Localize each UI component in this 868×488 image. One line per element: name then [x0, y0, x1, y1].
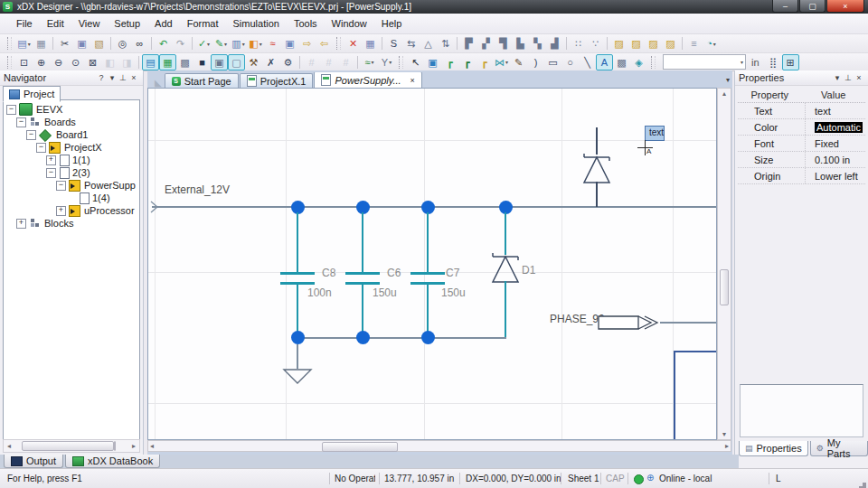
- help-icon[interactable]: ?: [96, 73, 107, 82]
- close-icon[interactable]: ×: [410, 76, 415, 85]
- scroll-right-icon[interactable]: ▸: [725, 442, 729, 450]
- property-row-text[interactable]: Texttext: [738, 103, 865, 119]
- ref-designator[interactable]: C7: [446, 267, 459, 279]
- menu-format[interactable]: Format: [180, 15, 226, 32]
- vertical-scrollbar[interactable]: ▴ ▾: [717, 88, 731, 440]
- next-view-button[interactable]: ◨: [118, 54, 136, 70]
- tab-list-chevron-icon[interactable]: ▾: [726, 76, 730, 84]
- diode-lead[interactable]: [505, 281, 506, 338]
- wire-right-net[interactable]: [674, 351, 675, 440]
- special-symbol-button[interactable]: ◈: [630, 54, 647, 70]
- scroll-down-icon[interactable]: ▾: [718, 430, 731, 438]
- menu-simulation[interactable]: Simulation: [226, 15, 287, 32]
- component-value[interactable]: 100n: [307, 286, 332, 299]
- maximize-button[interactable]: ▢: [799, 0, 826, 13]
- add-net-button[interactable]: ┏: [476, 54, 493, 70]
- previous-view-button[interactable]: ◧: [101, 54, 118, 70]
- wire-phase-90[interactable]: [660, 322, 716, 324]
- zener-diode-symbol[interactable]: [579, 153, 615, 185]
- add-to-group-button[interactable]: ▨: [645, 35, 662, 52]
- net-label-phase-90[interactable]: PHASE_90: [550, 313, 605, 325]
- diode-lead[interactable]: [505, 212, 506, 255]
- wire-right-net[interactable]: [674, 351, 716, 352]
- panel-tab-my-parts[interactable]: ⚙My Parts: [810, 441, 868, 456]
- print-button[interactable]: ▦: [33, 35, 50, 52]
- tree-item-projectx[interactable]: −ProjectX: [4, 141, 139, 154]
- tree-item-uprocessor[interactable]: +uProcessor: [4, 204, 139, 217]
- tree-item-blocks[interactable]: +Blocks: [4, 217, 139, 230]
- edit-properties-button[interactable]: ▦: [362, 35, 379, 52]
- menu-edit[interactable]: Edit: [40, 15, 71, 32]
- scroll-right-icon[interactable]: ▸: [128, 442, 139, 450]
- tree-expander-icon[interactable]: −: [16, 117, 26, 127]
- remove-from-group-button[interactable]: ▨: [662, 35, 679, 52]
- property-row-origin[interactable]: OriginLower left: [738, 168, 865, 184]
- group-button[interactable]: ▨: [610, 35, 627, 52]
- net-label-external-12v[interactable]: External_12V: [165, 183, 230, 196]
- tab-project[interactable]: Project: [3, 86, 61, 102]
- close-icon[interactable]: ×: [128, 73, 139, 82]
- hierarchy-3-button[interactable]: #: [337, 54, 354, 70]
- pin-icon[interactable]: ⊥: [118, 73, 128, 82]
- ref-designator[interactable]: C8: [322, 267, 335, 279]
- rectangle-tool-button[interactable]: ▭: [544, 54, 561, 70]
- space-evenly-v-button[interactable]: ∵: [587, 35, 604, 52]
- tab-start-page[interactable]: SStart Page: [165, 73, 239, 88]
- tree-expander-icon[interactable]: −: [56, 181, 66, 191]
- scroll-up-icon[interactable]: ▴: [718, 89, 731, 98]
- new-document-button[interactable]: ▤▾: [15, 35, 33, 52]
- undo-button[interactable]: ↶: [155, 35, 172, 52]
- tab-powersupply[interactable]: PowerSupply...×: [314, 72, 421, 88]
- align-bottom-button[interactable]: ▟: [546, 35, 563, 52]
- property-value-cell[interactable]: text: [806, 106, 865, 117]
- simulate-wave-button[interactable]: ≈: [264, 35, 281, 52]
- toolbar-grip[interactable]: [336, 37, 341, 50]
- tree-item-eevx[interactable]: −EEVX: [4, 103, 139, 116]
- rotate-button[interactable]: S: [385, 35, 402, 52]
- library-button[interactable]: ▣: [281, 35, 298, 52]
- line-tool-button[interactable]: ╲: [579, 54, 596, 70]
- add-bus-button[interactable]: ┏: [458, 54, 476, 70]
- toggle-databook-button[interactable]: ▦: [159, 54, 176, 70]
- bus-tap-button[interactable]: ⋈▾: [493, 54, 510, 70]
- property-value-cell[interactable]: Lower left: [806, 171, 865, 182]
- mirror-vertical-button[interactable]: △: [420, 35, 437, 52]
- add-part-button[interactable]: ▣: [424, 54, 441, 70]
- scroll-left-icon[interactable]: ◂: [150, 442, 154, 450]
- zoom-area-button[interactable]: ⊠: [84, 54, 101, 70]
- zener-diode-symbol[interactable]: [487, 252, 524, 285]
- component-value[interactable]: 150u: [441, 286, 466, 299]
- ref-designator[interactable]: D1: [522, 264, 535, 277]
- menu-tools[interactable]: Tools: [287, 15, 325, 32]
- stack-button[interactable]: ≡: [685, 35, 703, 52]
- property-value-cell[interactable]: Fixed: [806, 138, 865, 149]
- pop-sheet-button[interactable]: ⇦: [316, 35, 333, 52]
- chevron-down-icon[interactable]: ▾: [832, 73, 843, 82]
- cut-button[interactable]: ✂: [56, 35, 73, 52]
- cross-probe-button[interactable]: ✗: [262, 54, 279, 70]
- capacitor-lead[interactable]: [427, 212, 429, 273]
- capacitor-plate[interactable]: [345, 272, 380, 275]
- copy-button[interactable]: ▣: [73, 35, 90, 52]
- zoom-out-button[interactable]: ⊖: [50, 54, 67, 70]
- horizontal-scrollbar[interactable]: ◂ ▸: [147, 440, 731, 452]
- capacitor-lead[interactable]: [297, 212, 298, 273]
- grid-size-combo[interactable]: ▾: [663, 54, 746, 70]
- packager-button[interactable]: ▥▾: [230, 35, 247, 52]
- toolbar-grip[interactable]: [7, 56, 12, 69]
- mirror-horizontal-button[interactable]: ⇆: [402, 35, 420, 52]
- picture-tool-button[interactable]: ▩: [613, 54, 630, 70]
- draw-tool-button[interactable]: ✎: [510, 54, 527, 70]
- status-sheet[interactable]: Sheet 1: [568, 474, 599, 483]
- property-value-cell[interactable]: 0.100 in: [806, 155, 865, 165]
- dock-tab-output[interactable]: Output: [4, 455, 63, 468]
- schematic-canvas[interactable]: External_12V C8 100n C6 150u: [147, 88, 717, 440]
- navigator-scrollbar[interactable]: ◂ ▸: [3, 439, 140, 453]
- ground-symbol[interactable]: [282, 368, 313, 386]
- text-tool-button[interactable]: A: [596, 54, 613, 70]
- tree-item-powersupp[interactable]: −PowerSupp: [4, 179, 139, 192]
- add-wire-button[interactable]: ┏: [441, 54, 458, 70]
- align-middle-button[interactable]: ▚: [529, 35, 546, 52]
- property-value-cell[interactable]: Automatic: [806, 122, 865, 133]
- wire-bottom-net[interactable]: [297, 337, 506, 339]
